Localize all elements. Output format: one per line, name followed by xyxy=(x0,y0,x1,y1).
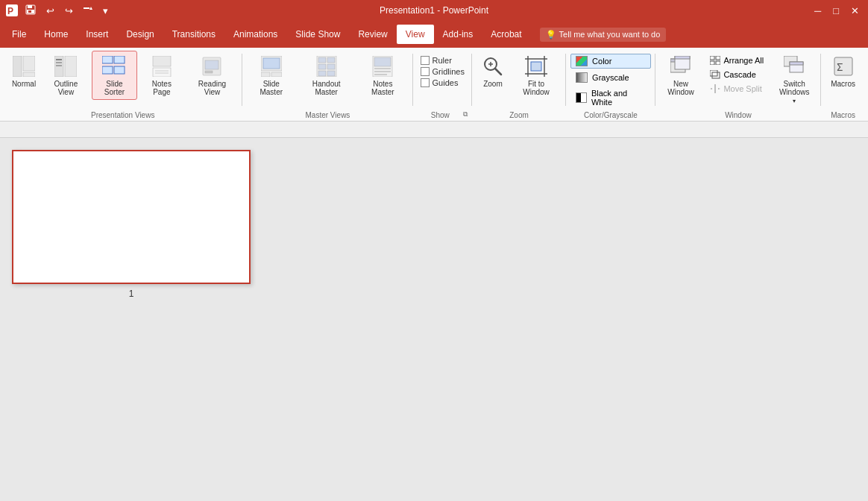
macros-icon: Σ xyxy=(831,54,855,78)
guides-label: Guides xyxy=(433,78,459,87)
notes-page-button[interactable]: Notes Page xyxy=(139,51,184,100)
cascade-label: Cascade xyxy=(723,70,755,79)
menu-animations[interactable]: Animations xyxy=(224,25,286,44)
cascade-button[interactable]: Cascade xyxy=(705,68,769,81)
ribbon-buttons-macros: Σ Macros xyxy=(825,51,861,109)
window-buttons: New Window Arrange All xyxy=(660,51,817,108)
menu-slideshow[interactable]: Slide Show xyxy=(286,25,349,44)
black-white-button[interactable]: Black and White xyxy=(570,86,651,109)
svg-rect-8 xyxy=(13,56,22,77)
close-button[interactable]: ✕ xyxy=(848,4,862,18)
minimize-button[interactable]: ─ xyxy=(811,4,824,18)
grayscale-button[interactable]: Grayscale xyxy=(570,70,651,85)
ribbon-buttons-zoom: Zoom xyxy=(477,51,562,109)
ribbon-group-show: Ruler Gridlines Guides Show ⧉ xyxy=(413,51,472,121)
svg-rect-64 xyxy=(716,61,720,65)
zoom-group-label: Zoom xyxy=(477,109,562,121)
show-dialog-launcher[interactable]: ⧉ xyxy=(463,110,468,120)
menu-view[interactable]: View xyxy=(397,25,434,44)
svg-rect-20 xyxy=(153,56,171,66)
svg-rect-18 xyxy=(102,66,113,74)
fit-to-window-label: Fit to Window xyxy=(516,80,556,96)
color-button[interactable]: Color xyxy=(570,54,651,69)
svg-marker-68 xyxy=(710,88,712,89)
menu-file[interactable]: File xyxy=(3,25,35,44)
slide-thumbnail[interactable] xyxy=(12,150,251,284)
window-group-label: Window xyxy=(660,109,817,121)
svg-marker-69 xyxy=(718,88,720,89)
menu-acrobat[interactable]: Acrobat xyxy=(482,25,530,44)
ruler-checkbox[interactable]: Ruler xyxy=(418,55,468,66)
customize-qat-button[interactable] xyxy=(81,4,95,18)
svg-rect-11 xyxy=(54,56,63,77)
menu-home[interactable]: Home xyxy=(35,25,77,44)
fit-to-window-button[interactable]: Fit to Window xyxy=(511,51,562,100)
qat-dropdown-button[interactable]: ▾ xyxy=(100,4,111,18)
svg-rect-25 xyxy=(205,60,218,69)
reading-view-icon xyxy=(200,54,224,78)
svg-rect-6 xyxy=(84,7,89,9)
menu-insert[interactable]: Insert xyxy=(77,25,117,44)
svg-rect-35 xyxy=(327,64,335,69)
color-label: Color xyxy=(592,57,611,66)
arrange-all-button[interactable]: Arrange All xyxy=(705,54,769,67)
svg-rect-34 xyxy=(318,64,326,69)
svg-rect-65 xyxy=(710,70,717,76)
reading-view-button[interactable]: Reading View xyxy=(186,51,239,100)
switch-windows-chevron: ▾ xyxy=(793,98,796,104)
switch-windows-button[interactable]: SwitchWindows ▾ xyxy=(772,51,817,108)
handout-master-button[interactable]: Handout Master xyxy=(297,51,356,100)
lightbulb-icon: 💡 xyxy=(546,30,556,40)
gridlines-checkbox-box xyxy=(421,67,430,76)
guides-checkbox[interactable]: Guides xyxy=(418,78,468,88)
zoom-button[interactable]: Zoom xyxy=(477,51,509,92)
undo-button[interactable]: ↩ xyxy=(43,4,57,18)
svg-rect-15 xyxy=(65,56,77,77)
notes-master-button[interactable]: Notes Master xyxy=(357,51,408,100)
switch-windows-label: SwitchWindows xyxy=(779,80,810,96)
save-button[interactable] xyxy=(22,3,39,19)
bw-swatch xyxy=(576,92,587,103)
slide-panel: 1 xyxy=(12,150,251,501)
switch-windows-icon xyxy=(782,54,806,78)
svg-rect-10 xyxy=(23,72,35,77)
ribbon-group-window: New Window Arrange All xyxy=(655,51,822,121)
slide-number: 1 xyxy=(129,289,134,299)
ribbon-group-color-grayscale: Color Grayscale Black and White Color/Gr… xyxy=(566,51,655,121)
app-icon: P xyxy=(6,4,18,16)
svg-rect-61 xyxy=(710,56,714,60)
color-options: Color Grayscale Black and White xyxy=(570,51,651,109)
handout-master-label: Handout Master xyxy=(302,80,350,96)
svg-rect-5 xyxy=(28,10,31,13)
slide-sorter-button[interactable]: Slide Sorter xyxy=(92,51,137,100)
ribbon-buttons-pv: Normal Outline View xyxy=(7,51,238,109)
macros-button[interactable]: Σ Macros xyxy=(825,51,861,92)
outline-icon xyxy=(54,54,78,78)
slide-master-button[interactable]: Slide Master xyxy=(247,51,295,100)
grayscale-swatch xyxy=(576,72,588,83)
svg-text:Σ: Σ xyxy=(837,61,843,73)
new-window-button[interactable]: New Window xyxy=(660,51,702,100)
svg-rect-63 xyxy=(710,61,714,65)
slide-master-label: Slide Master xyxy=(252,80,290,96)
mv-group-label: Master Views xyxy=(247,109,408,121)
gridlines-label: Gridlines xyxy=(433,67,465,76)
tell-me-bar[interactable]: 💡 Tell me what you want to do xyxy=(540,28,667,42)
gridlines-checkbox[interactable]: Gridlines xyxy=(418,66,468,77)
normal-icon xyxy=(12,54,36,78)
menu-addins[interactable]: Add-ins xyxy=(434,25,482,44)
restore-button[interactable]: □ xyxy=(830,4,842,18)
notes-toolbar xyxy=(0,122,868,138)
notes-page-icon xyxy=(150,54,174,78)
redo-button[interactable]: ↪ xyxy=(62,4,76,18)
notes-master-label: Notes Master xyxy=(362,80,403,96)
cg-group-label: Color/Grayscale xyxy=(570,109,651,121)
macros-group-label: Macros xyxy=(825,109,861,121)
menu-transitions[interactable]: Transitions xyxy=(163,25,224,44)
menu-design[interactable]: Design xyxy=(117,25,163,44)
normal-view-button[interactable]: Normal xyxy=(7,51,40,92)
menu-review[interactable]: Review xyxy=(349,25,396,44)
outline-view-button[interactable]: Outline View xyxy=(42,51,90,100)
svg-rect-32 xyxy=(318,57,326,63)
move-split-button[interactable]: Move Split xyxy=(705,82,769,95)
